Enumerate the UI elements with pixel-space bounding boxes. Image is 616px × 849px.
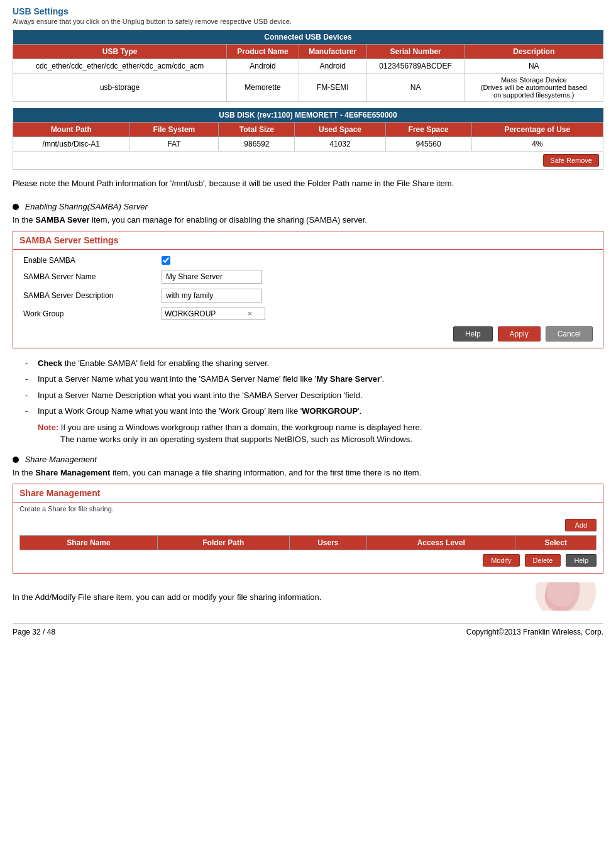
row2-manufacturer: FM-SEMI <box>299 74 366 102</box>
samba-item-2-content: Input a Server Name what you want into t… <box>38 373 603 386</box>
share-mgmt-subtitle: Create a Share for file sharing. <box>13 502 603 515</box>
samba-note: Note: If you are using a Windows workgro… <box>38 421 603 446</box>
disk-col-free: Free Space <box>385 123 471 137</box>
samba-settings-box: SAMBA Server Settings Enable SAMBA SAMBA… <box>13 231 603 348</box>
share-mgmt-box: Share Management Create a Share for file… <box>13 484 603 574</box>
samba-bullet-list: - Check the 'Enable SAMBA' field for ena… <box>25 357 603 446</box>
disk-row-used: 41032 <box>295 137 385 152</box>
enable-samba-row: Enable SAMBA <box>23 256 593 265</box>
share-col-path: Folder Path <box>157 535 289 550</box>
row2-description: Mass Storage Device(Drives will be autom… <box>465 74 603 102</box>
disk-table: USB DISK (rev:1100) MEMORETT - 4E6F6E650… <box>13 108 603 170</box>
logo-watermark <box>534 582 597 611</box>
disk-col-used: Used Space <box>295 123 385 137</box>
samba-bullet-item-3: - Input a Server Name Description what y… <box>25 389 603 402</box>
server-name-row: SAMBA Server Name <box>23 270 593 284</box>
enable-samba-label: Enable SAMBA <box>23 256 162 265</box>
share-mgmt-intro: In the Share Management item, you can ma… <box>13 468 603 477</box>
connected-table-title: Connected USB Devices <box>13 30 603 45</box>
note-text1: If you are using a Windows workgroup rat… <box>61 423 422 432</box>
connected-usb-table: Connected USB Devices USB Type Product N… <box>13 30 603 102</box>
share-mgmt-title: Share Management <box>13 484 603 502</box>
col-serial-number: Serial Number <box>366 45 465 59</box>
logo-svg <box>534 582 597 611</box>
disk-col-mount: Mount Path <box>13 123 130 137</box>
note-text2: The name works only in an operating syst… <box>60 433 603 446</box>
disk-col-fs: File System <box>129 123 219 137</box>
work-group-clear-icon[interactable]: × <box>246 309 253 318</box>
share-modify-button[interactable]: Modify <box>483 554 519 567</box>
samba-cancel-button[interactable]: Cancel <box>546 326 593 341</box>
share-delete-button[interactable]: Delete <box>525 554 561 567</box>
dash-2: - <box>25 373 38 386</box>
col-description: Description <box>465 45 603 59</box>
row1-product-name: Android <box>227 59 299 74</box>
page-footer: Page 32 / 48 Copyright©2013 Franklin Wir… <box>13 623 603 636</box>
disk-col-pct: Percentage of Use <box>471 123 603 137</box>
samba-bullet-item-2: - Input a Server Name what you want into… <box>25 373 603 386</box>
share-mgmt-section: Share Management In the Share Management… <box>13 455 603 611</box>
samba-item-1-content: Check the 'Enable SAMBA' field for enabl… <box>38 357 603 370</box>
work-group-wrap[interactable]: × <box>162 308 265 320</box>
col-product-name: Product Name <box>227 45 299 59</box>
description-paragraph: Please note the Mount Path information f… <box>13 177 603 191</box>
samba-note-content: Note: If you are using a Windows workgro… <box>38 421 603 446</box>
add-modify-text: In the Add/Modify File share item, you c… <box>13 591 603 604</box>
row1-serial-number: 0123456789ABCDEF <box>366 59 465 74</box>
server-desc-input[interactable] <box>162 289 262 302</box>
samba-section: Enabling Sharing(SAMBA) Server In the SA… <box>13 202 603 446</box>
share-actions-row: Modify Delete Help <box>19 554 597 567</box>
dash-3: - <box>25 389 38 402</box>
disk-table-title: USB DISK (rev:1100) MEMORETT - 4E6F6E650… <box>13 108 603 123</box>
safe-remove-button[interactable]: Safe Remove <box>543 154 599 167</box>
bullet-dot-share <box>13 457 19 463</box>
dash-4: - <box>25 405 38 418</box>
samba-intro: In the SAMBA Sever item, you can manage … <box>13 215 603 225</box>
samba-settings-title: SAMBA Server Settings <box>13 231 603 250</box>
disk-row-fs: FAT <box>129 137 219 152</box>
work-group-input[interactable] <box>165 309 246 318</box>
bullet-dot-samba <box>13 204 19 210</box>
samba-item-4-content: Input a Work Group Name what you want in… <box>38 405 603 418</box>
disk-col-total: Total Size <box>219 123 295 137</box>
row2-product-name: Memorette <box>227 74 299 102</box>
samba-bullet-title: Enabling Sharing(SAMBA) Server <box>25 202 148 211</box>
share-add-row: Add <box>19 519 597 531</box>
samba-help-button[interactable]: Help <box>453 326 493 341</box>
share-col-select: Select <box>515 535 597 550</box>
share-mgmt-bullet-title: Share Management <box>25 455 97 464</box>
row2-serial-number: NA <box>366 74 465 102</box>
note-label: Note: <box>38 423 58 432</box>
disk-row-pct: 4% <box>471 137 603 152</box>
row2-usb-type: usb-storage <box>13 74 227 102</box>
share-add-button[interactable]: Add <box>565 519 597 531</box>
samba-bullet-item-4: - Input a Work Group Name what you want … <box>25 405 603 418</box>
enable-samba-checkbox[interactable] <box>162 256 170 265</box>
copyright: Copyright©2013 Franklin Wireless, Corp. <box>466 628 603 636</box>
disk-row-total: 986592 <box>219 137 295 152</box>
share-col-name: Share Name <box>20 535 158 550</box>
server-name-input[interactable] <box>162 270 262 284</box>
usb-settings-note: Always ensure that you click on the Unpl… <box>13 18 603 25</box>
samba-bullet-item-1: - Check the 'Enable SAMBA' field for ena… <box>25 357 603 370</box>
server-desc-row: SAMBA Server Description <box>23 289 593 302</box>
usb-settings-title: USB Settings <box>13 6 603 16</box>
disk-row-mount: /mnt/usb/Disc-A1 <box>13 137 130 152</box>
samba-apply-button[interactable]: Apply <box>498 326 541 341</box>
server-desc-label: SAMBA Server Description <box>23 291 162 300</box>
samba-item-3-content: Input a Server Name Description what you… <box>38 389 603 402</box>
page-info: Page 32 / 48 <box>13 628 55 636</box>
col-usb-type: USB Type <box>13 45 227 59</box>
row1-usb-type: cdc_ether/cdc_ether/cdc_ether/cdc_acm/cd… <box>13 59 227 74</box>
row1-manufacturer: Android <box>299 59 366 74</box>
work-group-label: Work Group <box>23 309 162 318</box>
row1-description: NA <box>465 59 603 74</box>
server-name-label: SAMBA Server Name <box>23 272 162 281</box>
dash-1: - <box>25 357 38 370</box>
share-table: Share Name Folder Path Users Access Leve… <box>19 535 597 550</box>
col-manufacturer: Manufacturer <box>299 45 366 59</box>
work-group-row: Work Group × <box>23 308 593 320</box>
share-help-button[interactable]: Help <box>566 554 597 567</box>
disk-row-free: 945560 <box>385 137 471 152</box>
share-col-access: Access Level <box>366 535 515 550</box>
